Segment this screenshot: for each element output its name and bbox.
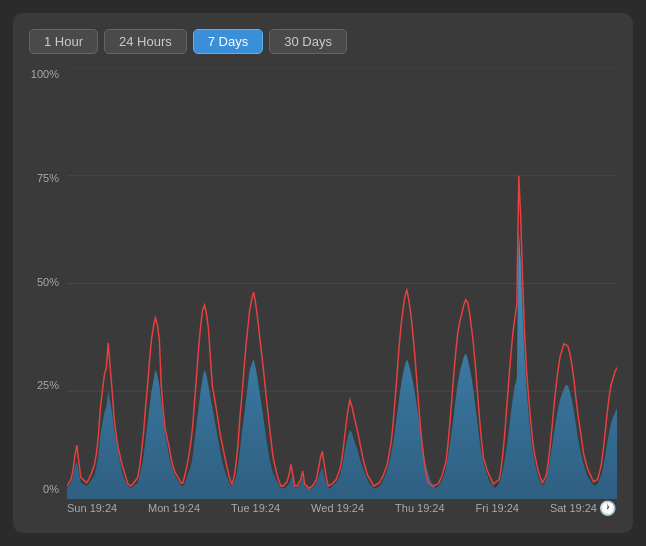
x-label-wed: Wed 19:24 bbox=[311, 502, 364, 514]
y-label-100: 100% bbox=[31, 68, 59, 80]
clock-container: 🕐 bbox=[597, 499, 617, 517]
chart-wrapper bbox=[67, 68, 617, 499]
x-label-sat: Sat 19:24 bbox=[550, 502, 597, 514]
x-axis-row: Sun 19:24 Mon 19:24 Tue 19:24 Wed 19:24 … bbox=[29, 499, 617, 517]
x-label-tue: Tue 19:24 bbox=[231, 502, 280, 514]
clock-icon: 🕐 bbox=[599, 500, 616, 516]
chart-area: 100% 75% 50% 25% 0% bbox=[29, 68, 617, 517]
x-label-mon: Mon 19:24 bbox=[148, 502, 200, 514]
y-label-50: 50% bbox=[37, 276, 59, 288]
tab-24hours[interactable]: 24 Hours bbox=[104, 29, 187, 54]
y-label-75: 75% bbox=[37, 172, 59, 184]
chart-svg bbox=[67, 68, 617, 499]
chart-and-yaxis: 100% 75% 50% 25% 0% bbox=[29, 68, 617, 499]
tab-7days[interactable]: 7 Days bbox=[193, 29, 263, 54]
tab-30days[interactable]: 30 Days bbox=[269, 29, 347, 54]
y-axis: 100% 75% 50% 25% 0% bbox=[29, 68, 67, 499]
tab-1hour[interactable]: 1 Hour bbox=[29, 29, 98, 54]
x-label-fri: Fri 19:24 bbox=[476, 502, 519, 514]
x-label-thu: Thu 19:24 bbox=[395, 502, 445, 514]
time-range-toolbar: 1 Hour 24 Hours 7 Days 30 Days bbox=[29, 29, 617, 54]
x-label-sun: Sun 19:24 bbox=[67, 502, 117, 514]
y-label-0: 0% bbox=[43, 483, 59, 495]
y-label-25: 25% bbox=[37, 379, 59, 391]
x-labels: Sun 19:24 Mon 19:24 Tue 19:24 Wed 19:24 … bbox=[67, 502, 597, 514]
main-container: 1 Hour 24 Hours 7 Days 30 Days 100% 75% … bbox=[13, 13, 633, 533]
